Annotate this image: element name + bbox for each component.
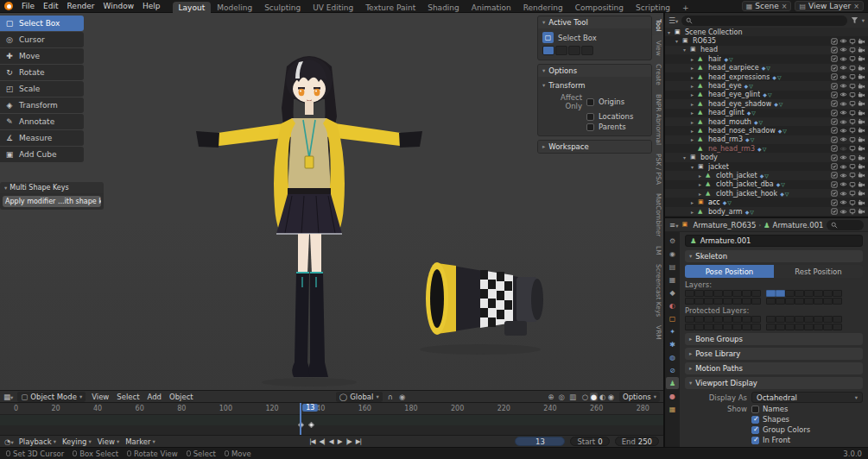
topbar-menu[interactable]: Window [99,1,139,11]
layer-cell[interactable] [823,316,833,323]
shapes-checkbox[interactable] [751,416,759,424]
scene-unlink-icon[interactable]: × [782,3,788,10]
hide-eye-icon[interactable] [839,172,847,179]
hide-eye-icon[interactable] [839,127,847,135]
layer-cell[interactable] [713,316,723,323]
render-camera-icon[interactable] [858,190,865,197]
object-name[interactable]: head_eye_shadow [708,100,771,108]
disclosure-arrow[interactable]: ▸ [691,65,698,71]
hide-eye-icon[interactable] [839,37,847,45]
mode-selector[interactable]: ▢ Object Mode ▾ [17,392,86,402]
outliner-row[interactable]: ▾ jacket ◆ ▽ [665,162,868,171]
workspace-tab[interactable]: UV Editing [307,2,359,13]
tool-button[interactable]: ∡ Measure [0,130,84,146]
transport-button[interactable]: ▶| [356,437,361,445]
view-layer-unlink-icon[interactable]: × [853,3,859,10]
disclosure-arrow[interactable]: ▸ [691,83,698,89]
object-name[interactable]: acc [708,198,720,206]
layer-cell[interactable] [751,324,761,330]
viewport-disable-icon[interactable] [849,136,856,143]
workspace-tab[interactable]: Animation [466,2,517,13]
playback-menu[interactable]: Playback▾ [19,437,56,446]
exclude-checkbox-icon[interactable] [831,154,838,161]
layer-cell[interactable] [704,290,713,297]
layer-cell[interactable] [814,298,823,305]
viewport-disable-icon[interactable] [849,110,856,116]
layer-cell[interactable] [685,324,694,330]
render-camera-icon[interactable] [858,172,865,179]
outliner-row[interactable]: ▸ body_arm ◆ ▽ [665,207,868,216]
hide-eye-icon[interactable] [839,180,847,188]
layer-cell[interactable] [804,324,814,330]
transport-button[interactable]: |▶ [345,437,351,445]
timeline-editor-icon[interactable]: ◔▾ [4,437,14,446]
hide-eye-icon[interactable] [839,208,847,216]
viewport-menu[interactable]: Object [168,393,195,401]
filter-funnel-icon[interactable] [851,16,858,24]
properties-editor-icon[interactable]: ≡▾ [669,221,678,230]
viewport-toggle-icon[interactable]: ▥ [568,393,577,401]
outliner-row[interactable]: ▸ head_glint ◆ ▽ [665,109,868,117]
outliner-row[interactable]: ne_head_rm3 ◆ ▽ [665,144,868,153]
hide-eye-icon[interactable] [839,198,847,206]
layer-cell[interactable] [814,316,823,323]
options-header[interactable]: ▾ Options [538,65,651,77]
hide-eye-icon[interactable] [839,135,847,143]
view-layer-selector[interactable]: ▤ View Layer × [795,1,864,11]
disclosure-arrow[interactable]: ▸ [691,209,698,215]
collapsed-panel-header[interactable]: ▸ Motion Paths [685,362,863,374]
object-name[interactable]: head_glint [708,109,744,116]
layer-cell[interactable] [751,290,761,297]
outliner-row[interactable]: ▸ hair ◆ ▽ [665,54,868,63]
collapsed-panel-header[interactable]: ▸ Bone Groups [685,333,863,345]
parents-checkbox[interactable] [586,123,594,131]
disclosure-arrow[interactable]: ▸ [691,110,698,116]
shading-mode-icon[interactable]: ● [590,393,598,401]
viewport-disable-icon[interactable] [849,199,856,206]
layer-cell[interactable] [732,290,742,297]
object-name[interactable]: head [700,46,718,53]
breadcrumb-object[interactable]: Armature_RO635 [693,221,756,230]
outliner-search-field[interactable] [681,16,846,26]
object-name[interactable]: head_rm3 [708,135,743,143]
layer-cell[interactable] [795,298,804,305]
exclude-checkbox-icon[interactable] [831,118,838,125]
disclosure-arrow[interactable]: ▸ [691,136,698,142]
layer-cell[interactable] [751,298,761,305]
select-mode-extend[interactable] [555,46,567,55]
properties-tab[interactable]: ✱ [666,338,679,350]
frame-start-field[interactable]: Start 0 [570,437,609,446]
topbar-menu[interactable]: Render [63,1,99,11]
outliner-row[interactable]: ▸ head_eye_glint ◆ ▽ [665,91,868,99]
playhead[interactable] [300,403,301,435]
disclosure-arrow[interactable]: ▸ [699,191,706,197]
names-checkbox[interactable] [751,406,759,413]
skeleton-panel-header[interactable]: ▾ Skeleton [685,250,863,262]
viewport-disable-icon[interactable] [849,65,856,72]
hide-eye-icon[interactable] [839,118,847,126]
layer-cell[interactable] [776,290,785,297]
layer-cell[interactable] [704,316,713,323]
viewport-disable-icon[interactable] [849,190,856,197]
disclosure-arrow[interactable]: ▾ [668,29,675,35]
properties-tab[interactable]: ● [666,390,679,402]
outliner-row[interactable]: ▸ head_eye_shadow ◆ ▽ [665,99,868,108]
hide-eye-icon[interactable] [839,64,847,72]
layer-cell[interactable] [785,298,795,305]
outliner-row[interactable]: ▸ cloth_jacket ◆ ▽ [665,171,868,179]
outliner-row[interactable]: ▸ head_rm3 ◆ ▽ [665,135,868,144]
render-camera-icon[interactable] [858,47,865,53]
layer-cell[interactable] [833,316,842,323]
exclude-checkbox-icon[interactable] [831,181,838,188]
layer-cell[interactable] [804,290,814,297]
viewport-disable-icon[interactable] [849,100,856,107]
tool-button[interactable]: ◎ Cursor [0,32,84,47]
timeline-ruler[interactable]: 020406080100120140160180200220240260280 [0,403,663,415]
tool-button[interactable]: ▢ Select Box [0,16,84,31]
outliner-row[interactable]: ▾ Scene Collection ◆ ▽ [665,28,868,36]
exclude-checkbox-icon[interactable] [831,83,838,90]
playback-menu[interactable]: View▾ [98,437,119,446]
properties-search-field[interactable] [827,220,864,230]
layer-cell[interactable] [742,290,751,297]
properties-tab[interactable]: ✦ [666,325,679,337]
